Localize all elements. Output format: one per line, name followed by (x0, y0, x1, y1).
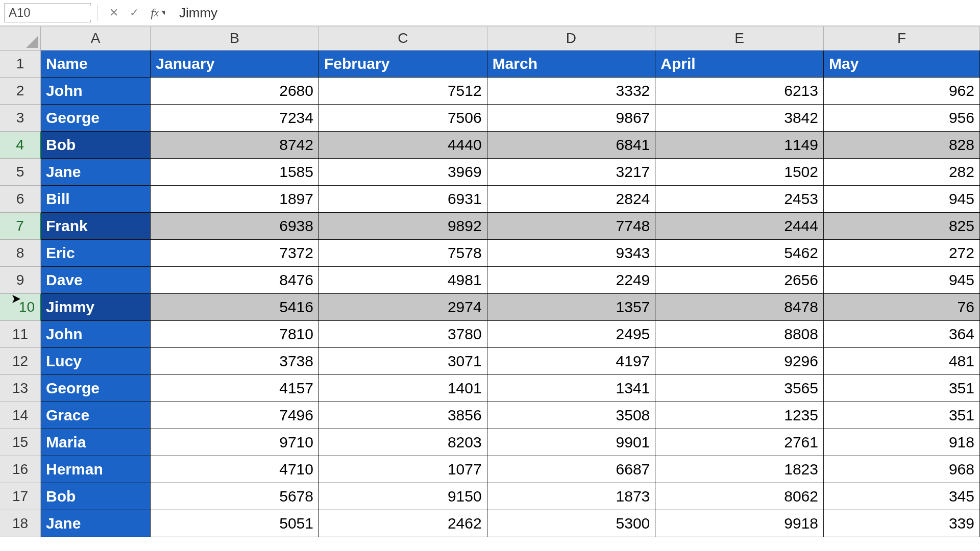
data-cell[interactable]: 918 (824, 429, 980, 456)
data-cell[interactable]: 3738 (151, 348, 319, 375)
data-cell[interactable]: 7372 (151, 240, 319, 267)
name-box[interactable] (4, 3, 91, 22)
select-all-corner[interactable] (0, 27, 41, 51)
data-cell[interactable]: 8203 (319, 429, 487, 456)
name-cell[interactable]: Jimmy (41, 294, 151, 321)
data-cell[interactable]: 962 (824, 78, 980, 105)
data-cell[interactable]: 6687 (487, 456, 656, 483)
data-cell[interactable]: 5300 (487, 510, 656, 537)
data-cell[interactable]: 5462 (655, 240, 824, 267)
name-cell[interactable]: Bob (41, 483, 151, 510)
data-cell[interactable]: 6931 (319, 186, 487, 213)
data-cell[interactable]: 481 (824, 348, 980, 375)
data-cell[interactable]: 1873 (487, 483, 656, 510)
data-cell[interactable]: 3332 (487, 78, 656, 105)
data-cell[interactable]: 7512 (319, 78, 487, 105)
data-cell[interactable]: 351 (824, 402, 980, 429)
header-cell[interactable]: March (487, 51, 656, 78)
fx-icon[interactable]: fx (144, 3, 165, 22)
row-header-15[interactable]: 15 (0, 429, 41, 456)
data-cell[interactable]: 351 (824, 375, 980, 402)
row-headers[interactable]: 123456789101112131415161718 (0, 51, 41, 537)
data-cell[interactable]: 2680 (151, 78, 319, 105)
data-cell[interactable]: 5051 (151, 510, 319, 537)
name-cell[interactable]: John (41, 78, 151, 105)
col-header-e[interactable]: E (655, 27, 824, 50)
data-cell[interactable]: 9867 (487, 105, 656, 132)
row-header-13[interactable]: 13 (0, 375, 41, 402)
data-cell[interactable]: 9892 (319, 213, 487, 240)
row-header-3[interactable]: 3 (0, 105, 41, 132)
row-header-16[interactable]: 16 (0, 456, 41, 483)
data-cell[interactable]: 3071 (319, 348, 487, 375)
cells-area[interactable]: NameJanuaryFebruaryMarchAprilMayJohn2680… (41, 51, 980, 537)
data-cell[interactable]: 5416 (151, 294, 319, 321)
data-cell[interactable]: 339 (824, 510, 980, 537)
row-header-1[interactable]: 1 (0, 51, 41, 78)
formula-input[interactable] (165, 3, 976, 22)
data-cell[interactable]: 3780 (319, 321, 487, 348)
data-cell[interactable]: 4440 (319, 132, 487, 159)
data-cell[interactable]: 9296 (655, 348, 824, 375)
data-cell[interactable]: 956 (824, 105, 980, 132)
data-cell[interactable]: 76 (824, 294, 980, 321)
header-cell[interactable]: February (319, 51, 487, 78)
row-header-6[interactable]: 6 (0, 186, 41, 213)
data-cell[interactable]: 2453 (655, 186, 824, 213)
row-header-18[interactable]: 18 (0, 510, 41, 537)
name-cell[interactable]: George (41, 105, 151, 132)
name-cell[interactable]: John (41, 321, 151, 348)
data-cell[interactable]: 5678 (151, 483, 319, 510)
data-cell[interactable]: 282 (824, 159, 980, 186)
col-header-a[interactable]: A (41, 27, 151, 50)
data-cell[interactable]: 1585 (151, 159, 319, 186)
data-cell[interactable]: 1502 (655, 159, 824, 186)
data-cell[interactable]: 8742 (151, 132, 319, 159)
name-cell[interactable]: Grace (41, 402, 151, 429)
data-cell[interactable]: 2824 (487, 186, 656, 213)
name-cell[interactable]: Herman (41, 456, 151, 483)
name-cell[interactable]: Maria (41, 429, 151, 456)
data-cell[interactable]: 7506 (319, 105, 487, 132)
data-cell[interactable]: 945 (824, 267, 980, 294)
data-cell[interactable]: 2761 (655, 429, 824, 456)
col-header-b[interactable]: B (151, 27, 319, 50)
data-cell[interactable]: 1149 (655, 132, 824, 159)
name-cell[interactable]: George (41, 375, 151, 402)
data-cell[interactable]: 272 (824, 240, 980, 267)
data-cell[interactable]: 1823 (655, 456, 824, 483)
data-cell[interactable]: 828 (824, 132, 980, 159)
data-cell[interactable]: 9918 (655, 510, 824, 537)
data-cell[interactable]: 8476 (151, 267, 319, 294)
row-header-9[interactable]: 9 (0, 267, 41, 294)
row-header-10[interactable]: 10 (0, 294, 41, 321)
col-header-d[interactable]: D (487, 27, 656, 50)
data-cell[interactable]: 945 (824, 186, 980, 213)
data-cell[interactable]: 3856 (319, 402, 487, 429)
data-cell[interactable]: 2495 (487, 321, 656, 348)
row-header-17[interactable]: 17 (0, 483, 41, 510)
name-cell[interactable]: Bob (41, 132, 151, 159)
name-cell[interactable]: Jane (41, 159, 151, 186)
data-cell[interactable]: 1341 (487, 375, 656, 402)
row-header-11[interactable]: 11 (0, 321, 41, 348)
data-cell[interactable]: 1897 (151, 186, 319, 213)
data-cell[interactable]: 2462 (319, 510, 487, 537)
data-cell[interactable]: 6213 (655, 78, 824, 105)
data-cell[interactable]: 364 (824, 321, 980, 348)
row-header-14[interactable]: 14 (0, 402, 41, 429)
name-cell[interactable]: Lucy (41, 348, 151, 375)
data-cell[interactable]: 2974 (319, 294, 487, 321)
data-cell[interactable]: 3565 (655, 375, 824, 402)
data-cell[interactable]: 825 (824, 213, 980, 240)
data-cell[interactable]: 3842 (655, 105, 824, 132)
col-header-c[interactable]: C (319, 27, 487, 50)
data-cell[interactable]: 4197 (487, 348, 656, 375)
data-cell[interactable]: 3508 (487, 402, 656, 429)
data-cell[interactable]: 4981 (319, 267, 487, 294)
data-cell[interactable]: 345 (824, 483, 980, 510)
data-cell[interactable]: 8478 (655, 294, 824, 321)
data-cell[interactable]: 7748 (487, 213, 656, 240)
name-cell[interactable]: Jane (41, 510, 151, 537)
data-cell[interactable]: 8808 (655, 321, 824, 348)
